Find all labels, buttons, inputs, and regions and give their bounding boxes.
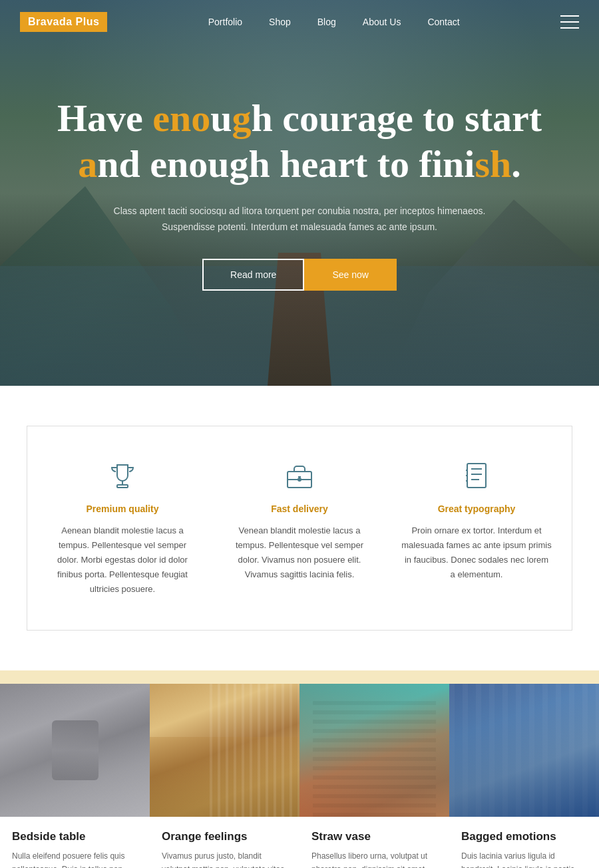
feature-desc-1: Aenean blandit molestie lacus a tempus. …	[47, 523, 198, 597]
hero-headline: Have enough courage to start and enough …	[57, 95, 542, 188]
product-info-3: Straw vase Phasellus libero urna, volutp…	[300, 817, 449, 868]
product-card-2: Orange feelings Vivamus purus justo, bla…	[150, 684, 300, 868]
nav-about[interactable]: About Us	[363, 17, 401, 27]
product-desc-4: Duis lacinia varius ligula id hendrerit.…	[461, 850, 587, 868]
product-title-1: Bedside table	[12, 830, 138, 843]
svg-rect-1	[117, 485, 128, 488]
see-now-button[interactable]: See now	[304, 259, 396, 291]
product-info-2: Orange feelings Vivamus purus justo, bla…	[150, 817, 300, 868]
product-card-1: Bedside table Nulla eleifend posuere fel…	[0, 684, 150, 868]
hero-section: Have enough courage to start and enough …	[0, 0, 599, 386]
products-section: Bedside table Nulla eleifend posuere fel…	[0, 670, 599, 868]
features-section: Premium quality Aenean blandit molestie …	[0, 386, 599, 670]
feature-title-3: Great typography	[401, 504, 552, 514]
product-desc-1: Nulla eleifend posuere felis quis pellen…	[12, 850, 138, 868]
logo[interactable]: Bravada Plus	[20, 12, 107, 32]
hero-content: Have enough courage to start and enough …	[17, 95, 582, 291]
product-image-4	[449, 684, 599, 817]
product-desc-2: Vivamus purus justo, blandit volutpat ma…	[162, 850, 288, 868]
nav-shop[interactable]: Shop	[269, 17, 291, 27]
feature-title-1: Premium quality	[47, 504, 198, 514]
product-card-4: Bagged emotions Duis lacinia varius ligu…	[449, 684, 599, 868]
nav-contact[interactable]: Contact	[427, 17, 459, 27]
hero-subtitle: Class aptent taciti sociosqu ad litora t…	[106, 204, 493, 235]
read-more-button[interactable]: Read more	[202, 259, 304, 291]
product-desc-3: Phasellus libero urna, volutpat ut phare…	[311, 850, 437, 868]
feature-premium-quality: Premium quality Aenean blandit molestie …	[47, 460, 198, 597]
briefcase-icon	[224, 460, 375, 492]
svg-point-5	[298, 478, 301, 481]
feature-title-2: Fast delivery	[224, 504, 375, 514]
trophy-icon	[47, 460, 198, 492]
nav-links: Portfolio Shop Blog About Us Contact	[208, 17, 460, 27]
feature-desc-2: Venean blandit molestie lacus a tempus. …	[224, 523, 375, 582]
features-grid: Premium quality Aenean blandit molestie …	[27, 426, 572, 631]
product-title-4: Bagged emotions	[461, 830, 587, 843]
nav-blog[interactable]: Blog	[317, 17, 336, 27]
products-grid: Bedside table Nulla eleifend posuere fel…	[0, 684, 599, 868]
hamburger-menu[interactable]	[560, 15, 579, 29]
product-info-4: Bagged emotions Duis lacinia varius ligu…	[449, 817, 599, 868]
hero-buttons: Read more See now	[57, 259, 542, 291]
product-info-1: Bedside table Nulla eleifend posuere fel…	[0, 817, 150, 868]
product-image-2	[150, 684, 300, 817]
product-image-1	[0, 684, 150, 817]
product-title-2: Orange feelings	[162, 830, 288, 843]
navigation: Bravada Plus Portfolio Shop Blog About U…	[0, 0, 599, 44]
notebook-icon	[401, 460, 552, 492]
product-card-3: Straw vase Phasellus libero urna, volutp…	[300, 684, 449, 868]
product-title-3: Straw vase	[311, 830, 437, 843]
svg-rect-6	[467, 464, 486, 488]
feature-fast-delivery: Fast delivery Venean blandit molestie la…	[224, 460, 375, 597]
product-image-3	[300, 684, 449, 817]
feature-desc-3: Proin ornare ex tortor. Interdum et male…	[401, 523, 552, 582]
feature-great-typography: Great typography Proin ornare ex tortor.…	[401, 460, 552, 597]
nav-portfolio[interactable]: Portfolio	[208, 17, 242, 27]
